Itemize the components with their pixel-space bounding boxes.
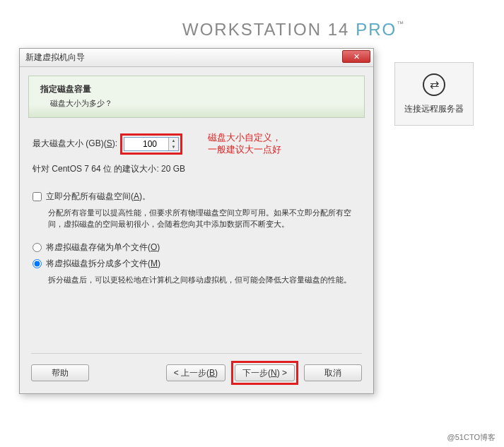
connect-remote-label: 连接远程服务器 [404,103,464,115]
store-options-block: 将虚拟磁盘存储为单个文件(O) 将虚拟磁盘拆分成多个文件(M) 拆分磁盘后，可以… [33,242,361,286]
split-files-radio[interactable] [33,259,42,268]
header-subtitle: 磁盘大小为多少？ [40,98,353,109]
button-bar: 帮助 < 上一步(B) 下一步(N) > 取消 [20,361,373,385]
header-panel: 指定磁盘容量 磁盘大小为多少？ [28,76,365,118]
connect-remote-icon: ⇄ [423,73,445,96]
help-button[interactable]: 帮助 [31,364,89,381]
button-divider [31,353,362,354]
next-button-highlight: 下一步(N) > [231,361,298,385]
allocate-all-desc: 分配所有容量可以提高性能，但要求所有物理磁盘空间立即可用。如果不立即分配所有空间… [33,207,361,230]
recommended-size-text: 针对 CentOS 7 64 位 的建议大小: 20 GB [33,163,361,175]
back-button[interactable]: < 上一步(B) [166,364,225,381]
dialog-title: 新建虚拟机向导 [25,52,85,64]
titlebar: 新建虚拟机向导 ✕ [20,49,373,67]
split-files-label: 将虚拟磁盘拆分成多个文件(M) [46,258,160,270]
disk-size-highlight: 100 ▲ ▼ [120,133,182,155]
split-files-radio-row[interactable]: 将虚拟磁盘拆分成多个文件(M) [33,258,361,270]
single-file-radio[interactable] [33,243,42,252]
disk-size-value[interactable]: 100 [124,138,168,150]
connect-remote-server-card[interactable]: ⇄ 连接远程服务器 [394,62,474,126]
content-area: 最大磁盘大小 (GB)(S): 100 ▲ ▼ 磁盘大小自定义， 一般建议大一点… [20,118,373,304]
disk-size-label: 最大磁盘大小 (GB)(S): [33,138,117,150]
brand-tm: ™ [397,20,405,28]
brand-title: WORKSTATION 14 PRO™ [182,20,405,40]
next-button[interactable]: 下一步(N) > [235,364,295,381]
annotation-text: 磁盘大小自定义， 一般建议大一点好 [208,132,281,156]
single-file-radio-row[interactable]: 将虚拟磁盘存储为单个文件(O) [33,242,361,254]
allocate-block: 立即分配所有磁盘空间(A)。 分配所有容量可以提高性能，但要求所有物理磁盘空间立… [33,191,361,230]
spinner-arrows: ▲ ▼ [168,138,178,150]
spinner-down-icon[interactable]: ▼ [169,144,178,150]
brand-name: WORKSTATION 14 [182,20,356,39]
header-title: 指定磁盘容量 [40,83,353,95]
new-vm-wizard-dialog: 新建虚拟机向导 ✕ 指定磁盘容量 磁盘大小为多少？ 最大磁盘大小 (GB)(S)… [19,48,374,394]
allocate-all-checkbox[interactable] [33,192,42,201]
spinner-up-icon[interactable]: ▲ [169,138,178,144]
disk-size-row: 最大磁盘大小 (GB)(S): 100 ▲ ▼ 磁盘大小自定义， 一般建议大一点… [33,132,361,156]
allocate-all-label: 立即分配所有磁盘空间(A)。 [46,191,151,203]
disk-size-spinner[interactable]: 100 ▲ ▼ [124,137,179,151]
watermark: @51CTO博客 [447,432,496,443]
single-file-label: 将虚拟磁盘存储为单个文件(O) [46,242,160,254]
brand-pro: PRO [356,20,397,39]
close-button[interactable]: ✕ [342,50,370,63]
allocate-all-checkbox-row[interactable]: 立即分配所有磁盘空间(A)。 [33,191,361,203]
split-files-desc: 拆分磁盘后，可以更轻松地在计算机之间移动虚拟机，但可能会降低大容量磁盘的性能。 [33,274,361,286]
cancel-button[interactable]: 取消 [304,364,362,381]
